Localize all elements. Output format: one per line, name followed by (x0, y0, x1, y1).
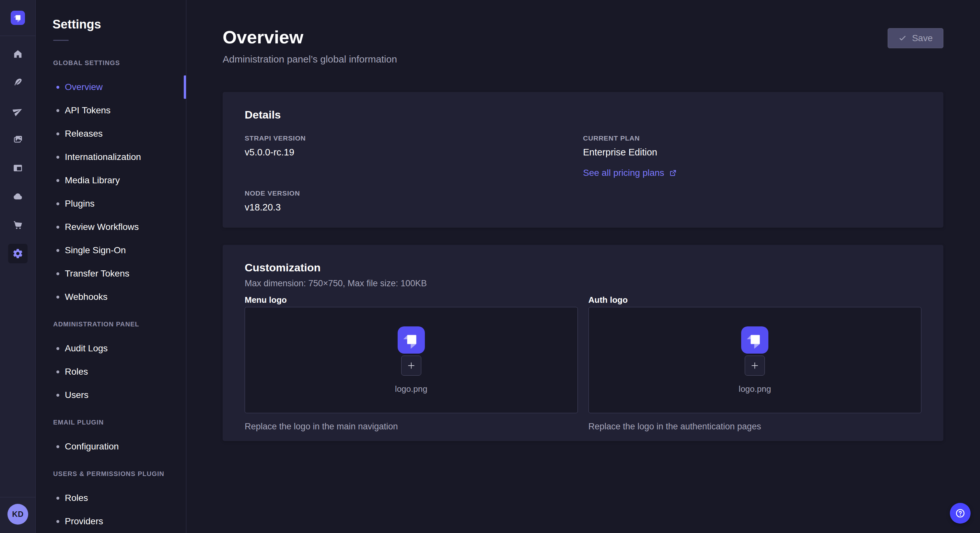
feather-icon (13, 78, 23, 88)
nav-cloud[interactable] (8, 187, 27, 206)
bullet-icon (56, 249, 59, 252)
main-nav-rail: KD (0, 0, 36, 533)
cloud-icon (13, 191, 23, 202)
subnav-item-overview[interactable]: Overview (36, 75, 186, 99)
nav-settings[interactable] (8, 244, 27, 263)
bullet-icon (56, 520, 59, 523)
bullet-icon (56, 156, 59, 159)
question-icon (955, 508, 966, 519)
subnav-item-transfer-tokens[interactable]: Transfer Tokens (36, 262, 186, 285)
bullet-icon (56, 296, 59, 298)
strapi-version-label: STRAPI VERSION (245, 134, 583, 143)
save-button[interactable]: Save (888, 28, 943, 48)
menu-logo-dropzone[interactable]: logo.png (245, 307, 578, 413)
bullet-icon (56, 202, 59, 205)
subnav-item-admin-users[interactable]: Users (36, 383, 186, 407)
administration-panel-list: Audit Logs Roles Users (36, 337, 186, 407)
subnav-item-up-roles[interactable]: Roles (36, 486, 186, 510)
bullet-icon (56, 370, 59, 373)
check-icon (898, 34, 907, 43)
details-right-column: CURRENT PLAN Enterprise Edition See all … (583, 134, 921, 213)
bullet-icon (56, 109, 59, 112)
current-plan-value: Enterprise Edition (583, 146, 921, 158)
subnav-item-api-tokens[interactable]: API Tokens (36, 99, 186, 122)
strapi-logo-icon (398, 327, 425, 354)
subnav-item-internationalization[interactable]: Internationalization (36, 145, 186, 169)
auth-logo-add-button[interactable] (745, 355, 765, 376)
send-icon (13, 106, 23, 116)
cart-icon (13, 220, 23, 230)
customization-card-title: Customization (245, 261, 921, 274)
strapi-logo-icon (11, 11, 25, 25)
global-settings-list: Overview API Tokens Releases Internation… (36, 75, 186, 309)
details-left-column: STRAPI VERSION v5.0.0-rc.19 NODE VERSION… (245, 134, 583, 213)
bullet-icon (56, 86, 59, 89)
nav-deploy[interactable] (8, 102, 27, 121)
menu-logo-widget: Menu logo logo.png Replace the logo in t… (245, 295, 578, 432)
menu-logo-label: Menu logo (245, 295, 578, 305)
subnav-item-plugins[interactable]: Plugins (36, 192, 186, 215)
details-card-title: Details (245, 108, 921, 121)
layout-icon (13, 163, 23, 173)
subnav-item-webhooks[interactable]: Webhooks (36, 285, 186, 309)
rail-divider (0, 36, 35, 36)
subnav-item-admin-roles[interactable]: Roles (36, 360, 186, 383)
bullet-icon (56, 179, 59, 182)
menu-logo-hint: Replace the logo in the main navigation (245, 421, 578, 432)
strapi-version-value: v5.0.0-rc.19 (245, 146, 583, 158)
subnav-item-releases[interactable]: Releases (36, 122, 186, 145)
subnav-item-email-configuration[interactable]: Configuration (36, 435, 186, 458)
settings-subnav: Settings GLOBAL SETTINGS Overview API To… (36, 0, 186, 533)
settings-gear-icon (12, 248, 23, 259)
rail-divider-bottom (0, 497, 35, 497)
subnav-item-media-library[interactable]: Media Library (36, 169, 186, 192)
help-button[interactable] (950, 503, 970, 523)
customization-constraints: Max dimension: 750×750, Max file size: 1… (245, 278, 921, 289)
section-label-email-plugin: EMAIL PLUGIN (36, 418, 186, 426)
current-plan-label: CURRENT PLAN (583, 134, 921, 143)
menu-logo-add-button[interactable] (401, 355, 421, 376)
section-label-global-settings: GLOBAL SETTINGS (36, 59, 186, 67)
strapi-version-field: STRAPI VERSION v5.0.0-rc.19 (245, 134, 583, 158)
node-version-label: NODE VERSION (245, 189, 583, 198)
subnav-item-up-providers[interactable]: Providers (36, 510, 186, 533)
home-icon (13, 49, 23, 59)
subnav-item-review-workflows[interactable]: Review Workflows (36, 215, 186, 239)
bullet-icon (56, 132, 59, 135)
auth-logo-preview (741, 327, 768, 354)
nav-home[interactable] (8, 44, 27, 64)
auth-logo-filename: logo.png (738, 384, 771, 394)
bullet-icon (56, 394, 59, 397)
subnav-item-single-sign-on[interactable]: Single Sign-On (36, 239, 186, 262)
section-label-users-permissions-plugin: USERS & PERMISSIONS PLUGIN (36, 470, 186, 477)
email-plugin-list: Configuration (36, 435, 186, 458)
auth-logo-label: Auth logo (589, 295, 922, 305)
strapi-logo-icon (741, 327, 768, 354)
nav-media-library[interactable] (8, 130, 27, 149)
bullet-icon (56, 226, 59, 228)
customization-card: Customization Max dimension: 750×750, Ma… (223, 245, 943, 441)
page-header: Overview Administration panel’s global i… (223, 0, 943, 65)
page-title: Overview (223, 27, 397, 47)
main-content: Overview Administration panel’s global i… (186, 0, 980, 533)
section-label-administration-panel: ADMINISTRATION PANEL (36, 320, 186, 328)
strapi-logo[interactable] (11, 11, 25, 25)
pricing-plans-link[interactable]: See all pricing plans (583, 168, 677, 178)
nav-content-manager[interactable] (8, 159, 27, 178)
subnav-title: Settings (52, 17, 186, 32)
node-version-value: v18.20.3 (245, 201, 583, 213)
user-avatar[interactable]: KD (8, 504, 28, 525)
subnav-item-audit-logs[interactable]: Audit Logs (36, 337, 186, 360)
page-subtitle: Administration panel’s global informatio… (223, 53, 397, 65)
auth-logo-dropzone[interactable]: logo.png (589, 307, 922, 413)
menu-logo-filename: logo.png (395, 384, 428, 394)
external-link-icon (669, 169, 677, 177)
nav-content-type-builder[interactable] (8, 73, 27, 92)
current-plan-field: CURRENT PLAN Enterprise Edition (583, 134, 921, 158)
plus-icon (750, 361, 760, 370)
users-permissions-list: Roles Providers (36, 486, 186, 533)
media-icon (13, 134, 23, 145)
details-card: Details STRAPI VERSION v5.0.0-rc.19 NODE… (223, 92, 943, 228)
menu-logo-preview (398, 327, 425, 354)
nav-marketplace[interactable] (8, 215, 27, 235)
